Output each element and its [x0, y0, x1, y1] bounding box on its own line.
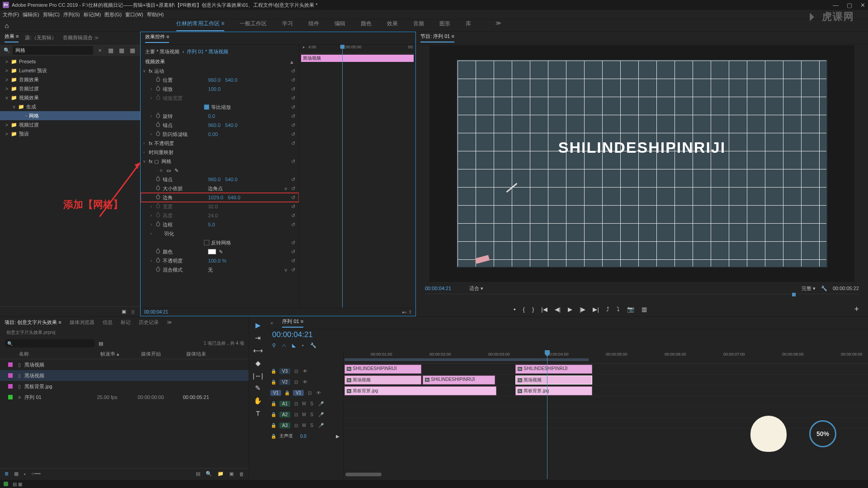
tab-info[interactable]: 信息 — [103, 319, 113, 326]
selection-tool-icon[interactable]: ▶ — [255, 321, 261, 329]
menu-help[interactable]: 帮助(H) — [147, 11, 164, 18]
prop-scale[interactable]: ›Ŏ缩放100.0↺ — [141, 84, 299, 94]
timeline-ruler[interactable]: 00:00:01:00 00:00:02:00 00:00:03:00 00:0… — [344, 350, 868, 364]
monitor-scrubber[interactable] — [425, 294, 859, 302]
prop-rotation[interactable]: ›Ŏ旋转0.0↺ — [141, 112, 299, 121]
razor-tool-icon[interactable]: ◆ — [255, 359, 261, 367]
tab-media-browser[interactable]: 媒体浏览器 — [70, 319, 94, 326]
new-bin-icon[interactable]: ▣ — [122, 309, 126, 314]
icon-view-icon[interactable]: ▦ — [14, 471, 19, 477]
snap-icon[interactable]: ⚲ — [272, 343, 276, 348]
tab-markers[interactable]: 标记 — [121, 319, 131, 326]
track-a1[interactable]: 🔒A1⊡MS🎤 — [267, 398, 343, 409]
trash-icon[interactable]: 🗑 — [131, 309, 136, 314]
col-end[interactable]: 媒体结束 — [186, 351, 206, 357]
step-fwd-icon[interactable]: |▶ — [580, 306, 585, 313]
effect-timeremap[interactable]: ›时间重映射 — [141, 148, 299, 157]
tab-effects[interactable]: 效果 ≡ — [5, 33, 19, 42]
workspace-tab[interactable]: 学习 — [282, 20, 293, 31]
prop-grid-feather[interactable]: ›羽化 — [141, 229, 299, 238]
project-item[interactable]: ▯黑板背景.jpg — [0, 381, 249, 392]
new-item-icon[interactable]: ▣ — [229, 471, 234, 477]
play-icon[interactable]: ▶ — [568, 306, 572, 313]
monitor-view[interactable]: SHILINDESHIPINRIJI — [429, 45, 854, 282]
monitor-timecode[interactable]: 00:00:04:21 — [425, 286, 451, 291]
layout-icons[interactable]: ▤ ▦ — [13, 482, 22, 487]
prop-grid-border[interactable]: ›Ŏ边框5.0↺ — [141, 220, 299, 229]
tab-program[interactable]: 节目: 序列 01 ≡ — [420, 33, 454, 42]
prop-grid-invert[interactable]: 反转网格↺ — [141, 238, 299, 247]
tab-source[interactable]: 源:（无剪辑） — [25, 34, 56, 41]
preset-icon[interactable]: ▦ — [118, 46, 126, 54]
project-item[interactable]: ▯黑场视频 — [0, 359, 249, 370]
menu-marker[interactable]: 标记(M) — [84, 11, 101, 18]
linked-icon[interactable]: ∩ — [282, 343, 286, 348]
settings-icon[interactable]: ▪ — [302, 343, 304, 348]
tree-item[interactable]: >📁音频效果 — [0, 75, 140, 84]
tree-item[interactable]: >📁预设 — [0, 129, 140, 138]
clip[interactable]: SHILINDESHIPINRIJI — [515, 365, 592, 374]
project-item[interactable]: ▯黑场视频 — [0, 370, 249, 381]
tree-item[interactable]: >📁音频过渡 — [0, 84, 140, 93]
tree-item[interactable]: >📁视频过渡 — [0, 120, 140, 129]
compare-icon[interactable]: ▥ — [642, 306, 647, 313]
ripple-tool-icon[interactable]: ⟷ — [253, 347, 263, 355]
preset-icon[interactable]: ▦ — [128, 46, 137, 54]
playhead[interactable] — [547, 350, 547, 479]
workspace-tab[interactable]: 编辑 — [335, 20, 345, 31]
tab-project[interactable]: 项目: 创意文字片头效果 ≡ — [5, 319, 61, 326]
clip-selected[interactable]: 黑场视频 — [515, 375, 592, 385]
prop-position[interactable]: Ŏ位置960.0540.0↺ — [141, 75, 299, 84]
track-a3[interactable]: 🔒A3⊡MS🎤 — [267, 420, 343, 431]
clip[interactable]: 黑场视频 — [344, 375, 421, 385]
out-icon[interactable]: } — [532, 306, 534, 313]
pen-tool-icon[interactable]: ✎ — [255, 384, 261, 392]
col-name[interactable]: 名称 — [19, 351, 100, 357]
col-start[interactable]: 媒体开始 — [141, 351, 186, 357]
goto-in-icon[interactable]: |◀ — [541, 306, 547, 313]
clip[interactable]: SHILINDESHIPINRIJI — [423, 375, 495, 385]
export-frame-icon[interactable]: 📷 — [627, 306, 634, 313]
prop-uniform-scale[interactable]: 等比缩放↺ — [141, 103, 299, 112]
track-v2[interactable]: 🔒V2⊡👁 — [267, 376, 343, 387]
project-item[interactable]: ≡序列 0125.00 fps00:00:00:0000:00:05:21 — [0, 392, 249, 403]
prop-grid-sizefrom[interactable]: Ŏ大小依据边角点v↺ — [141, 184, 299, 193]
marker-icon[interactable]: ◣ — [292, 343, 296, 348]
effect-motion[interactable]: vfx 运动↺ — [141, 66, 299, 75]
extract-icon[interactable]: ⤵ — [617, 306, 620, 313]
effect-item-grid[interactable]: ▫网格 — [0, 111, 140, 120]
home-icon[interactable]: ⌂ — [0, 22, 14, 29]
tree-item[interactable]: >📁Lumetri 预设 — [0, 66, 140, 75]
workspace-tab[interactable]: 组件 — [308, 20, 319, 31]
mask-tools[interactable]: ○▭✎ — [141, 166, 299, 175]
clip[interactable]: 黑板背景.jpg — [344, 386, 496, 395]
menu-file[interactable]: 文件(F) — [3, 11, 19, 18]
effect-opacity[interactable]: ›fx 不透明度↺ — [141, 139, 299, 148]
automate-icon[interactable]: ▤ — [196, 471, 200, 477]
workspace-tab[interactable]: 图形 — [439, 20, 450, 31]
lift-icon[interactable]: ⤴ — [606, 306, 609, 313]
prop-grid-blend[interactable]: Ŏ混合模式无v↺ — [141, 265, 299, 274]
minimize-icon[interactable]: — — [833, 2, 839, 9]
tab-overflow-icon[interactable]: ≫ — [167, 319, 172, 325]
menu-sequence[interactable]: 序列(S) — [63, 11, 80, 18]
step-back-icon[interactable]: ◀| — [555, 306, 561, 313]
prop-grid-anchor[interactable]: Ŏ锚点960.0540.0↺ — [141, 175, 299, 184]
track-master[interactable]: 🔒主声道0.0▶ — [267, 431, 343, 441]
effects-search-input[interactable] — [13, 46, 93, 55]
track-v3[interactable]: 🔒V3⊡👁 — [267, 366, 343, 376]
clip[interactable]: 黑板背景.jpg — [515, 386, 592, 395]
menu-clip[interactable]: 剪辑(C) — [43, 11, 60, 18]
workspace-tab[interactable]: 颜色 — [361, 20, 372, 31]
filter-icon[interactable]: ▤ — [99, 341, 103, 347]
zoom-slider[interactable]: ○━━ — [31, 471, 41, 477]
prop-grid-color[interactable]: Ŏ颜色✎↺ — [141, 247, 299, 256]
eyedropper-icon[interactable]: ✎ — [219, 249, 223, 255]
workspace-tab[interactable]: 效果 — [387, 20, 398, 31]
timeline-timecode[interactable]: 00:00:04:21 — [267, 329, 868, 340]
prop-flicker[interactable]: ›Ŏ防闪烁滤镜0.00↺ — [141, 130, 299, 139]
clip[interactable]: SHILINDESHIPINRIJI — [344, 365, 421, 374]
tree-item[interactable]: v📁生成 — [0, 102, 140, 111]
ec-playhead[interactable] — [342, 45, 343, 308]
trash-icon[interactable]: 🗑 — [239, 471, 244, 477]
